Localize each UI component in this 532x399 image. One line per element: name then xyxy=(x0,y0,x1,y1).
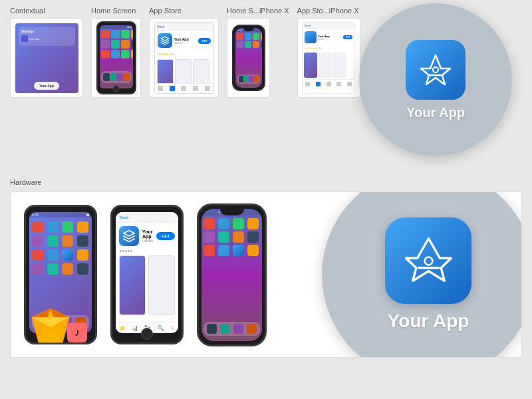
back-label: Back xyxy=(158,25,165,29)
hardware-card: 9:41 xyxy=(10,192,522,358)
app-store-x-label: App Sto...iPhone X xyxy=(297,7,359,15)
app-store-x-card: Back Your App Utilities GET ★★★★★ 4+ xyxy=(297,18,360,98)
sketch-icon xyxy=(31,307,70,344)
large-as-sub: Utilities xyxy=(142,239,153,243)
app-store-label: App Store xyxy=(149,7,182,15)
contextual-app-name: Your App xyxy=(39,84,54,88)
stars-top: ★★★★★ xyxy=(158,52,171,56)
tab-featured[interactable]: ⭐ xyxy=(119,325,126,331)
tab-top-charts[interactable]: 📊 xyxy=(132,325,138,331)
top-app-showcase-circle: Your App xyxy=(359,3,512,156)
home-screen-card xyxy=(91,18,141,98)
app-icon-top xyxy=(406,40,466,100)
large-back-label: Back xyxy=(120,215,128,219)
app-store-group: App Store Back Your App Utilities xyxy=(149,7,219,98)
hardware-label: Hardware xyxy=(10,178,522,186)
hardware-iphonex: 9:41 xyxy=(197,203,267,346)
app-name-top: Your App xyxy=(406,105,465,120)
hardware-app-showcase-circle: Your App xyxy=(322,192,522,358)
hardware-iphone-2: Back Your App Ut xyxy=(110,205,184,344)
appstore-subtitle: Utilities xyxy=(174,41,197,45)
home-screen-x-group: Home S...iPhone X 9:41 xyxy=(227,7,289,98)
svg-point-0 xyxy=(433,67,438,72)
svg-point-2 xyxy=(424,257,432,265)
home-screen-x-card: 9:41 xyxy=(227,18,270,98)
get-button[interactable]: GET xyxy=(198,38,210,44)
hardware-section: Hardware 9:41 xyxy=(0,173,532,363)
top-section: Contextual Settings Your app Your App Ho… xyxy=(0,0,532,173)
app-store-x-group: App Sto...iPhone X Back Your App Utiliti… xyxy=(297,7,360,98)
large-as-get[interactable]: GET xyxy=(156,232,175,240)
app-name-showcase: Your App xyxy=(388,311,469,332)
large-as-stars: ★★★★★ xyxy=(119,249,175,253)
tab-search[interactable]: 🔍 xyxy=(158,325,164,331)
home-screen-group: Home Screen xyxy=(91,7,141,98)
contextual-label: Contextual xyxy=(10,7,45,15)
home-screen-x-label: Home S...iPhone X xyxy=(227,7,289,15)
contextual-group: Contextual Settings Your app Your App xyxy=(10,7,83,98)
app-store-card: Back Your App Utilities GET ★★★★★ xyxy=(149,18,219,98)
contextual-card: Settings Your app Your App xyxy=(10,18,83,98)
age-top: 4+ xyxy=(172,53,176,56)
home-screen-label: Home Screen xyxy=(91,7,136,15)
home-screen-iphone xyxy=(96,21,136,94)
app-icon-showcase xyxy=(385,217,471,304)
music-icon: ♪ xyxy=(67,323,87,342)
tab-updates[interactable]: ⬇ xyxy=(170,325,175,331)
large-as-title: Your App xyxy=(142,229,153,239)
